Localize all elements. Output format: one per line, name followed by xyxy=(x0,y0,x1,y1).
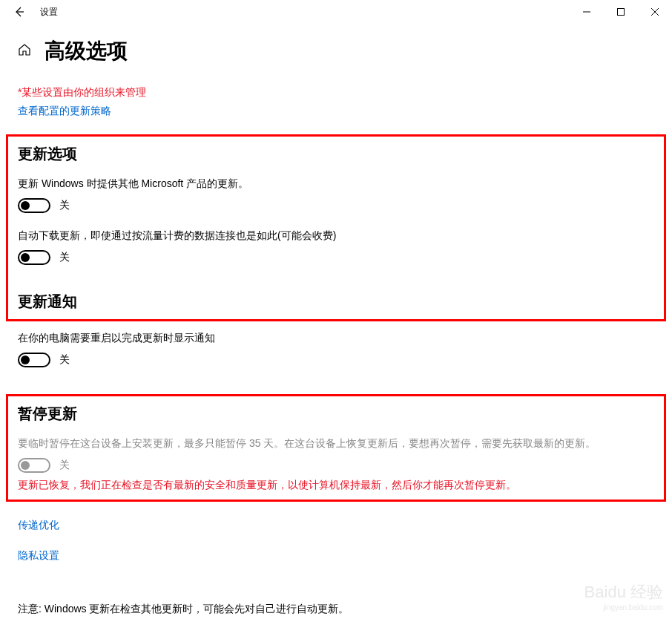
page-header: 高级选项 xyxy=(18,37,654,65)
home-icon[interactable] xyxy=(18,43,31,59)
maximize-button[interactable] xyxy=(604,0,638,24)
content-area: 高级选项 *某些设置由你的组织来管理 查看配置的更新策略 更新选项 更新 Win… xyxy=(0,24,672,616)
svg-rect-0 xyxy=(618,9,625,16)
toggle-row: 关 xyxy=(18,250,654,265)
toggle-pause xyxy=(18,458,50,473)
policy-link[interactable]: 查看配置的更新策略 xyxy=(18,105,111,118)
maximize-icon xyxy=(617,8,625,16)
opt-metered-label: 自动下载更新，即使通过按流量计费的数据连接也是如此(可能会收费) xyxy=(18,229,654,243)
toggle-metered[interactable] xyxy=(18,250,50,265)
opt-restart-notify-label: 在你的电脑需要重启以完成更新时显示通知 xyxy=(18,332,654,345)
toggle-restart-notify-state: 关 xyxy=(59,353,70,367)
toggle-row: 关 xyxy=(18,198,654,213)
highlight-box-pause: 暂停更新 要临时暂停在这台设备上安装更新，最多只能暂停 35 天。在这台设备上恢… xyxy=(6,394,666,502)
toggle-row: 关 xyxy=(18,353,654,367)
pause-warning: 更新已恢复，我们正在检查是否有最新的安全和质量更新，以使计算机保持最新，然后你才… xyxy=(18,479,654,492)
minimize-button[interactable] xyxy=(570,0,604,24)
close-icon xyxy=(651,8,659,16)
close-button[interactable] xyxy=(638,0,672,24)
section-pause-title: 暂停更新 xyxy=(18,404,654,424)
section-update-notify-title: 更新通知 xyxy=(18,292,654,312)
opt-ms-products-label: 更新 Windows 时提供其他 Microsoft 产品的更新。 xyxy=(18,177,654,191)
section-update-options-title: 更新选项 xyxy=(18,144,654,164)
toggle-knob xyxy=(21,253,30,262)
window-title: 设置 xyxy=(40,6,58,19)
pause-desc: 要临时暂停在这台设备上安装更新，最多只能暂停 35 天。在这台设备上恢复更新后，… xyxy=(18,437,654,451)
toggle-ms-products[interactable] xyxy=(18,198,50,213)
toggle-pause-state: 关 xyxy=(59,459,70,472)
titlebar: 设置 xyxy=(0,0,672,24)
toggle-row: 关 xyxy=(18,458,654,473)
toggle-knob xyxy=(21,356,30,364)
minimize-icon xyxy=(583,8,590,16)
highlight-box-update: 更新选项 更新 Windows 时提供其他 Microsoft 产品的更新。 关… xyxy=(6,134,666,321)
org-managed-warning: *某些设置由你的组织来管理 xyxy=(18,86,654,99)
arrow-left-icon xyxy=(13,6,25,18)
window-controls xyxy=(570,0,672,24)
delivery-optimization-link[interactable]: 传递优化 xyxy=(18,519,59,532)
toggle-ms-products-state: 关 xyxy=(59,199,70,212)
privacy-link[interactable]: 隐私设置 xyxy=(18,549,59,563)
toggle-metered-state: 关 xyxy=(59,251,70,264)
toggle-knob xyxy=(21,201,30,210)
back-button[interactable] xyxy=(10,3,28,21)
toggle-knob xyxy=(21,461,30,470)
toggle-restart-notify[interactable] xyxy=(18,353,50,367)
page-title: 高级选项 xyxy=(45,37,128,65)
footer-note: 注意: Windows 更新在检查其他更新时，可能会先对自己进行自动更新。 xyxy=(18,603,654,616)
